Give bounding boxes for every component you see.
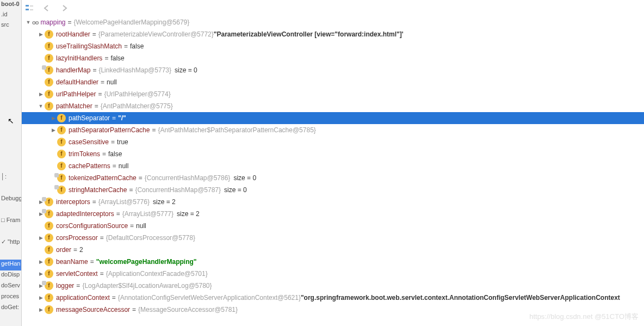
- string-value: "/": [118, 112, 126, 124]
- sidebar-item[interactable]: [0, 205, 21, 216]
- string-value: "org.springframework.boot.web.servlet.co…: [301, 292, 620, 304]
- chevron-down-icon[interactable]: ▼: [37, 100, 45, 112]
- sidebar-item[interactable]: doDisp: [0, 270, 21, 281]
- equals-sign: =: [71, 244, 79, 256]
- variable-name: applicationContext: [56, 292, 110, 304]
- field-badge-icon: f: [45, 42, 53, 51]
- equals-sign: =: [90, 28, 98, 40]
- primitive-value: false: [130, 40, 144, 52]
- tree-row[interactable]: ▶fpathSeparator= "/": [22, 112, 644, 124]
- tree-row[interactable]: ▶fapplicationContext={AnnotationConfigSe…: [22, 292, 644, 304]
- field-badge-icon: f: [45, 245, 53, 254]
- field-badge-icon: f: [45, 233, 53, 242]
- field-badge-icon: f: [57, 126, 66, 134]
- chevron-right-icon[interactable]: ▶: [49, 112, 57, 124]
- tree-root-row[interactable]: ▼ oo mapping = {WelcomePageHandlerMappin…: [22, 16, 644, 28]
- sidebar-item[interactable]: [0, 75, 21, 85]
- sidebar-item[interactable]: │:: [0, 173, 21, 183]
- sidebar-item[interactable]: [0, 64, 21, 75]
- sidebar-item[interactable]: doServ: [0, 281, 21, 292]
- chevron-right-icon[interactable]: ▶: [49, 124, 57, 136]
- equals-sign: =: [128, 220, 136, 232]
- variable-name: urlPathHelper: [56, 88, 96, 100]
- object-reference: {AntPathMatcher@5775}: [101, 100, 173, 112]
- sidebar-item[interactable]: [0, 53, 21, 64]
- string-value: "welcomePageHandlerMapping": [96, 256, 197, 268]
- field-badge-icon: f: [45, 281, 53, 290]
- tree-row[interactable]: ▶finterceptors={ArrayList@5776}size = 2: [22, 196, 644, 208]
- primitive-value: false: [108, 148, 122, 160]
- sidebar-item[interactable]: Debugge: [0, 194, 21, 205]
- variable-name: beanName: [56, 256, 88, 268]
- chevron-right-icon[interactable]: ▶: [37, 232, 45, 244]
- equals-sign: =: [98, 232, 106, 244]
- sidebar-item[interactable]: [0, 85, 21, 96]
- tree-row[interactable]: ▶furlPathHelper={UrlPathHelper@5774}: [22, 88, 644, 100]
- sidebar-item[interactable]: [0, 183, 21, 194]
- chevron-right-icon[interactable]: ▶: [37, 292, 45, 304]
- sidebar-item[interactable]: [0, 140, 21, 151]
- sidebar-item[interactable]: [0, 129, 21, 140]
- back-arrow-icon[interactable]: [42, 3, 52, 13]
- tree-row[interactable]: ▼fpathMatcher={AntPathMatcher@5775}: [22, 100, 644, 112]
- equals-sign: =: [88, 256, 96, 268]
- tree-row[interactable]: ▶flogger={LogAdapter$Slf4jLocationAwareL…: [22, 280, 644, 292]
- field-badge-icon: f: [45, 198, 53, 206]
- tree-row[interactable]: ▶fdefaultHandler=null: [22, 76, 644, 88]
- variable-name: cachePatterns: [69, 160, 110, 172]
- sidebar-item[interactable]: [0, 42, 21, 53]
- chevron-down-icon[interactable]: ▼: [24, 16, 32, 28]
- sidebar-item[interactable]: □ Fram: [0, 216, 21, 227]
- object-reference: {ApplicationContextFacade@5701}: [106, 268, 208, 280]
- variable-name: pathSeparatorPatternCache: [69, 124, 150, 136]
- sidebar-item[interactable]: [0, 162, 21, 173]
- tree-row[interactable]: ▶fuseTrailingSlashMatch=false: [22, 40, 644, 52]
- tree-row[interactable]: ▶fservletContext={ApplicationContextFaca…: [22, 268, 644, 280]
- sidebar-item[interactable]: .id: [0, 10, 21, 21]
- sidebar-item[interactable]: src: [0, 21, 21, 31]
- tree-row[interactable]: ▶fcorsConfigurationSource=null: [22, 220, 644, 232]
- sidebar-item[interactable]: getHan: [0, 260, 21, 270]
- tree-row[interactable]: ▶fcorsProcessor={DefaultCorsProcessor@57…: [22, 232, 644, 244]
- field-badge-icon: f: [45, 222, 53, 230]
- tree-row[interactable]: ▶forder=2: [22, 244, 644, 256]
- equals-sign: =: [110, 292, 118, 304]
- chevron-right-icon[interactable]: ▶: [37, 28, 45, 40]
- chevron-right-icon[interactable]: ▶: [37, 304, 45, 316]
- sidebar-item[interactable]: doGet:: [0, 303, 21, 314]
- variables-tree[interactable]: ▼ oo mapping = {WelcomePageHandlerMappin…: [22, 16, 644, 316]
- equals-sign: =: [130, 304, 138, 316]
- tree-row[interactable]: ▶fcachePatterns=null: [22, 160, 644, 172]
- chevron-right-icon[interactable]: ▶: [37, 88, 45, 100]
- collection-size: size = 0: [230, 172, 256, 184]
- primitive-value: false: [110, 52, 124, 64]
- sidebar-item[interactable]: [0, 151, 21, 162]
- sidebar-item[interactable]: boot-0: [0, 0, 21, 10]
- tree-row[interactable]: ▶fstringMatcherCache={ConcurrentHashMap@…: [22, 184, 644, 196]
- sidebar-item[interactable]: proces: [0, 292, 21, 303]
- tree-row[interactable]: ▶fhandlerMap={LinkedHashMap@5773}size = …: [22, 64, 644, 76]
- filter-icon[interactable]: [24, 3, 34, 13]
- object-reference: {ArrayList@5777}: [122, 208, 174, 220]
- forward-arrow-icon[interactable]: [59, 3, 69, 13]
- field-badge-icon: f: [45, 210, 53, 218]
- sidebar-item[interactable]: ✓ "http: [0, 238, 21, 249]
- chevron-right-icon[interactable]: ▶: [37, 268, 45, 280]
- object-reference: {AntPathMatcher$PathSeparatorPatternCach…: [158, 124, 315, 136]
- tree-row[interactable]: ▶ftrimTokens=false: [22, 148, 644, 160]
- object-reference: {LinkedHashMap@5773}: [98, 64, 171, 76]
- tree-row[interactable]: ▶fpathSeparatorPatternCache={AntPathMatc…: [22, 124, 644, 136]
- tree-row[interactable]: ▶fbeanName= "welcomePageHandlerMapping": [22, 256, 644, 268]
- tree-row[interactable]: ▶flazyInitHandlers=false: [22, 52, 644, 64]
- tree-row[interactable]: ▶fadaptedInterceptors={ArrayList@5777}si…: [22, 208, 644, 220]
- equals-sign: =: [110, 112, 118, 124]
- tree-row[interactable]: ▶ftokenizedPatternCache={ConcurrentHashM…: [22, 172, 644, 184]
- sidebar-item[interactable]: [0, 227, 21, 238]
- variable-name: caseSensitive: [69, 136, 109, 148]
- chevron-right-icon[interactable]: ▶: [37, 256, 45, 268]
- sidebar-item[interactable]: [0, 249, 21, 260]
- tree-row[interactable]: ▶frootHandler={ParameterizableViewContro…: [22, 28, 644, 40]
- tree-row[interactable]: ▶fcaseSensitive=true: [22, 136, 644, 148]
- sidebar-item[interactable]: [0, 96, 21, 107]
- sidebar-item[interactable]: [0, 31, 21, 42]
